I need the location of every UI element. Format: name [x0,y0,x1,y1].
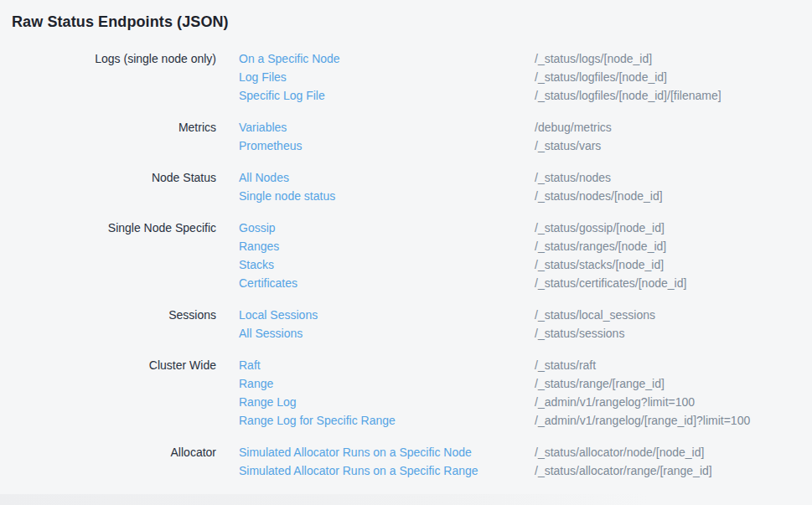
endpoint-row: Variables /debug/metrics [216,118,812,137]
category-label: Cluster Wide [0,356,216,430]
endpoint-link[interactable]: Local Sessions [216,306,535,324]
endpoint-row: Simulated Allocator Runs on a Specific N… [216,443,812,461]
endpoint-path: /_admin/v1/rangelog/[range_id]?limit=100 [535,411,750,430]
endpoint-path: /_status/certificates/[node_id] [535,274,686,292]
endpoint-row: On a Specific Node /_status/logs/[node_i… [216,49,812,68]
endpoint-group: Logs (single node only) On a Specific No… [0,49,812,105]
endpoint-path: /_status/logs/[node_id] [535,49,652,68]
endpoint-path: /_status/vars [535,137,601,155]
category-label: Sessions [0,306,216,343]
endpoints-table: Logs (single node only) On a Specific No… [0,49,812,480]
endpoint-row: Prometheus /_status/vars [216,137,812,155]
endpoint-rows: Simulated Allocator Runs on a Specific N… [216,443,812,480]
endpoint-rows: All Nodes /_status/nodes Single node sta… [216,168,812,205]
endpoint-link[interactable]: Simulated Allocator Runs on a Specific R… [216,461,535,480]
endpoint-link[interactable]: Raft [216,356,535,374]
endpoint-path: /_status/logfiles/[node_id] [535,68,667,86]
endpoint-path: /_status/allocator/range/[range_id] [535,461,712,480]
endpoint-path: /_admin/v1/rangelog?limit=100 [535,393,695,411]
page-title: Raw Status Endpoints (JSON) [0,0,812,31]
category-label: Node Status [0,168,216,205]
category-label: Allocator [0,443,216,480]
endpoint-link[interactable]: Range Log [216,393,535,411]
endpoint-row: Single node status /_status/nodes/[node_… [216,187,812,205]
endpoint-path: /_status/nodes [535,168,611,187]
category-label: Logs (single node only) [0,49,216,105]
endpoint-row: Local Sessions /_status/local_sessions [216,306,812,324]
endpoint-row: Certificates /_status/certificates/[node… [216,274,812,292]
endpoint-row: Gossip /_status/gossip/[node_id] [216,219,812,237]
category-label: Single Node Specific [0,219,216,292]
endpoint-path: /_status/raft [535,356,596,374]
endpoint-row: All Nodes /_status/nodes [216,168,812,187]
endpoint-row: Ranges /_status/ranges/[node_id] [216,237,812,255]
endpoint-link[interactable]: Certificates [216,274,535,292]
endpoint-rows: Variables /debug/metrics Prometheus /_st… [216,118,812,155]
endpoint-row: Range Log for Specific Range /_admin/v1/… [216,411,812,430]
endpoint-link[interactable]: Variables [216,118,535,137]
endpoint-link[interactable]: Single node status [216,187,535,205]
endpoint-rows: Gossip /_status/gossip/[node_id] Ranges … [216,219,812,292]
endpoint-link[interactable]: Ranges [216,237,535,255]
endpoint-path: /_status/gossip/[node_id] [535,219,665,237]
endpoint-row: Range Log /_admin/v1/rangelog?limit=100 [216,393,812,411]
category-label: Metrics [0,118,216,155]
endpoint-path: /debug/metrics [535,118,612,137]
endpoint-row: Range /_status/range/[range_id] [216,374,812,393]
endpoint-link[interactable]: Stacks [216,255,535,274]
endpoint-group: Single Node Specific Gossip /_status/gos… [0,219,812,292]
endpoint-path: /_status/ranges/[node_id] [535,237,666,255]
endpoint-link[interactable]: All Sessions [216,324,535,343]
endpoint-row: Specific Log File /_status/logfiles/[nod… [216,86,812,105]
endpoint-link[interactable]: Range Log for Specific Range [216,411,535,430]
endpoint-link[interactable]: Specific Log File [216,86,535,105]
endpoint-link[interactable]: On a Specific Node [216,49,535,68]
endpoint-path: /_status/stacks/[node_id] [535,255,664,274]
endpoint-rows: Local Sessions /_status/local_sessions A… [216,306,812,343]
endpoint-row: All Sessions /_status/sessions [216,324,812,343]
endpoint-group: Metrics Variables /debug/metrics Prometh… [0,118,812,155]
endpoint-link[interactable]: All Nodes [216,168,535,187]
endpoint-path: /_status/logfiles/[node_id]/[filename] [535,86,721,105]
endpoint-row: Raft /_status/raft [216,356,812,374]
endpoint-link[interactable]: Range [216,374,535,393]
endpoint-link[interactable]: Prometheus [216,137,535,155]
endpoint-group: Sessions Local Sessions /_status/local_s… [0,306,812,343]
endpoint-group: Allocator Simulated Allocator Runs on a … [0,443,812,480]
endpoint-rows: Raft /_status/raft Range /_status/range/… [216,356,812,430]
endpoint-row: Simulated Allocator Runs on a Specific R… [216,461,812,480]
endpoint-path: /_status/nodes/[node_id] [535,187,663,205]
endpoint-link[interactable]: Gossip [216,219,535,237]
endpoint-link[interactable]: Simulated Allocator Runs on a Specific N… [216,443,535,461]
endpoint-row: Stacks /_status/stacks/[node_id] [216,255,812,274]
endpoint-group: Cluster Wide Raft /_status/raft Range /_… [0,356,812,430]
endpoint-path: /_status/sessions [535,324,624,343]
endpoint-path: /_status/allocator/node/[node_id] [535,443,704,461]
endpoint-path: /_status/local_sessions [535,306,655,324]
endpoint-group: Node Status All Nodes /_status/nodes Sin… [0,168,812,205]
endpoint-link[interactable]: Log Files [216,68,535,86]
endpoint-path: /_status/range/[range_id] [535,374,665,393]
endpoint-row: Log Files /_status/logfiles/[node_id] [216,68,812,86]
page-bottom-edge [0,494,812,505]
endpoint-rows: On a Specific Node /_status/logs/[node_i… [216,49,812,105]
